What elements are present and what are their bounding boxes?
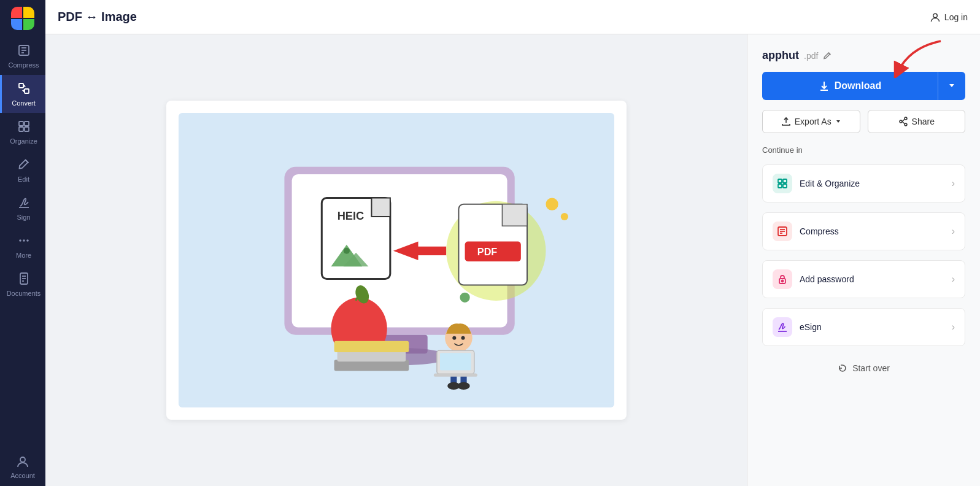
edit-organize-label: Edit & Organize	[800, 179, 860, 188]
sidebar-item-organize[interactable]: Organize	[0, 113, 45, 151]
more-icon	[17, 234, 31, 249]
svg-point-64	[900, 120, 902, 123]
page-title: PDF ↔ Image	[58, 10, 137, 24]
svg-point-62	[905, 117, 907, 120]
file-info: apphut .pdf	[762, 49, 965, 62]
svg-rect-69	[778, 184, 782, 188]
svg-point-13	[23, 239, 25, 242]
svg-point-12	[19, 239, 21, 242]
sidebar-bottom: Account	[0, 448, 45, 486]
svg-point-48	[452, 336, 456, 340]
svg-rect-55	[440, 353, 471, 370]
sidebar-item-edit[interactable]: Edit	[0, 151, 45, 189]
organize-label: Organize	[10, 137, 37, 145]
download-dropdown-button[interactable]	[938, 72, 965, 100]
account-label: Account	[10, 472, 35, 479]
continue-item-compress[interactable]: Compress ›	[762, 212, 965, 250]
svg-rect-70	[783, 184, 787, 188]
sidebar-nav: Compress Convert	[0, 37, 45, 448]
right-panel: apphut .pdf	[747, 34, 980, 486]
svg-point-53	[457, 382, 469, 390]
svg-point-39	[560, 213, 568, 220]
edit-label: Edit	[18, 176, 29, 183]
preview-container: HEIC PDF	[166, 101, 627, 420]
content-area: HEIC PDF	[45, 34, 980, 486]
compress-label: Compress	[8, 61, 39, 69]
svg-rect-68	[783, 179, 787, 183]
svg-marker-60	[949, 84, 954, 87]
svg-rect-67	[778, 179, 782, 183]
share-button[interactable]: Share	[868, 110, 966, 133]
svg-point-14	[26, 239, 29, 242]
edit-icon	[17, 158, 31, 173]
svg-point-38	[546, 198, 558, 210]
continue-item-edit-organize[interactable]: Edit & Organize ›	[762, 164, 965, 202]
refresh-icon	[838, 363, 847, 373]
esign-chevron: ›	[952, 322, 955, 333]
file-name: apphut	[762, 49, 799, 62]
svg-point-49	[461, 336, 465, 340]
account-icon	[16, 455, 29, 469]
svg-rect-4	[19, 83, 23, 88]
more-label: More	[16, 252, 31, 259]
start-over-label: Start over	[852, 363, 890, 373]
svg-rect-56	[433, 374, 477, 377]
documents-icon	[17, 272, 31, 287]
add-password-label: Add password	[800, 274, 854, 284]
svg-point-40	[460, 293, 469, 303]
app-header: PDF ↔ Image Log in	[45, 0, 980, 34]
svg-rect-8	[19, 127, 23, 131]
share-icon	[898, 117, 908, 126]
app-logo[interactable]	[0, 0, 45, 37]
login-button[interactable]: Log in	[930, 12, 968, 23]
preview-area: HEIC PDF	[45, 34, 747, 486]
sidebar-item-compress[interactable]: Compress	[0, 37, 45, 75]
svg-text:PDF: PDF	[477, 246, 497, 257]
continue-label: Continue in	[762, 145, 965, 155]
esign-icon	[773, 317, 792, 337]
organize-icon	[17, 120, 31, 135]
sidebar: Compress Convert	[0, 0, 45, 486]
pencil-icon	[823, 51, 833, 61]
start-over-button[interactable]: Start over	[762, 358, 965, 378]
compress-continue-label: Compress	[800, 226, 839, 236]
download-button[interactable]: Download	[762, 72, 938, 100]
sidebar-item-documents[interactable]: Documents	[0, 265, 45, 303]
download-icon	[819, 80, 830, 91]
continue-item-esign[interactable]: eSign ›	[762, 308, 965, 346]
esign-label: eSign	[800, 322, 822, 332]
sidebar-item-more[interactable]: More	[0, 227, 45, 265]
header-actions: Log in	[930, 12, 968, 23]
export-button[interactable]: Export As	[762, 110, 860, 133]
share-label: Share	[912, 117, 935, 126]
download-button-group: Download	[762, 72, 965, 100]
compress-chevron: ›	[952, 226, 955, 237]
file-extension: .pdf	[804, 51, 818, 61]
user-icon	[930, 12, 941, 23]
action-row: Export As Share	[762, 110, 965, 133]
svg-point-20	[933, 14, 938, 18]
sidebar-item-sign[interactable]: Sign	[0, 189, 45, 227]
compress-icon	[17, 44, 31, 59]
documents-label: Documents	[7, 290, 41, 297]
sidebar-item-convert[interactable]: Convert	[0, 75, 45, 113]
add-password-icon	[773, 269, 792, 289]
main-area: PDF ↔ Image Log in	[45, 0, 980, 486]
svg-rect-45	[334, 341, 409, 352]
chevron-down-icon	[948, 82, 955, 89]
edit-organize-chevron: ›	[952, 178, 955, 189]
svg-rect-9	[25, 127, 29, 131]
compress-continue-icon	[773, 222, 792, 241]
rename-button[interactable]	[823, 51, 833, 61]
edit-organize-icon	[773, 174, 792, 193]
account-item[interactable]: Account	[0, 448, 45, 486]
convert-icon	[17, 82, 31, 97]
svg-marker-35	[502, 204, 527, 226]
svg-line-66	[902, 122, 905, 124]
download-section: Download	[762, 72, 965, 100]
convert-label: Convert	[12, 99, 36, 107]
svg-marker-27	[371, 198, 390, 217]
svg-point-19	[20, 457, 25, 462]
svg-marker-61	[836, 120, 840, 123]
continue-item-add-password[interactable]: Add password ›	[762, 260, 965, 298]
